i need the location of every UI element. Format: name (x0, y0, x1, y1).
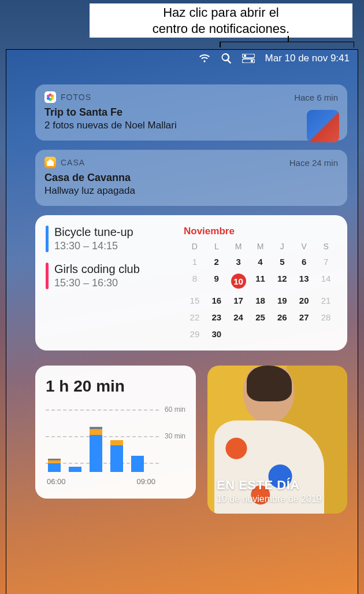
calendar-dow: S (315, 242, 337, 251)
event-color-bar (46, 263, 49, 289)
notification-body: Hallway luz apagada (44, 185, 338, 197)
chart-bar (110, 440, 123, 472)
calendar-events: Bicycle tune-up 13:30 – 14:15 Girls codi… (46, 226, 176, 340)
chart-x-label: 09:00 (136, 477, 155, 486)
screen-time-chart: 60 min 30 min 06:00 09:00 (46, 403, 185, 489)
calendar-day[interactable]: 3 (228, 256, 250, 268)
calendar-month-view: Noviembre DLMMJVS12345678910111213141516… (184, 226, 337, 340)
event-color-bar (46, 226, 49, 252)
wifi-icon[interactable] (198, 54, 211, 63)
calendar-day[interactable]: 16 (206, 294, 228, 307)
annotation-pointer (288, 36, 289, 42)
calendar-day[interactable]: 21 (315, 294, 337, 307)
calendar-day[interactable]: 4 (250, 256, 272, 268)
notification-casa[interactable]: CASA Hace 24 min Casa de Cavanna Hallway… (35, 150, 347, 206)
calendar-day[interactable]: 13 (293, 272, 315, 290)
chart-bar (69, 467, 81, 472)
notification-time: Hace 6 min (294, 93, 338, 102)
calendar-day[interactable]: 12 (271, 272, 293, 290)
photos-memory-widget[interactable]: EN ESTE DÍA 10 de noviembre de 2019 (207, 366, 347, 514)
calendar-day[interactable]: 6 (293, 256, 315, 268)
annotation-line2: centro de notificaciones. (153, 21, 289, 36)
calendar-day[interactable]: 14 (315, 272, 337, 290)
calendar-day[interactable]: 15 (184, 294, 206, 307)
annotation-bracket (220, 42, 354, 50)
calendar-dow: M (250, 242, 272, 251)
calendar-dow: M (228, 242, 250, 251)
calendar-day[interactable]: 25 (250, 311, 272, 323)
notification-fotos[interactable]: FOTOS Hace 6 min Trip to Santa Fe 2 foto… (35, 84, 347, 141)
svg-point-3 (250, 60, 252, 62)
calendar-day[interactable]: 30 (206, 328, 228, 340)
event-title: Girls coding club (54, 263, 140, 276)
calendar-dow: V (293, 242, 315, 251)
calendar-widget[interactable]: Bicycle tune-up 13:30 – 14:15 Girls codi… (35, 215, 347, 351)
notification-center: FOTOS Hace 6 min Trip to Santa Fe 2 foto… (6, 67, 358, 514)
calendar-day[interactable]: 19 (271, 294, 293, 307)
calendar-day[interactable]: 29 (184, 328, 206, 340)
notification-thumbnail (307, 110, 339, 142)
calendar-day[interactable]: 24 (228, 311, 250, 323)
screen-time-total: 1 h 20 min (46, 377, 185, 396)
calendar-day[interactable]: 23 (206, 311, 228, 323)
chart-bar (131, 456, 144, 472)
chart-bar (90, 427, 102, 472)
calendar-day[interactable]: 1 (184, 256, 206, 268)
menubar-datetime[interactable]: Mar 10 de nov 9:41 (265, 53, 350, 64)
notification-app-name: CASA (61, 158, 85, 167)
photo-memory-date: 10 de noviembre de 2019 (217, 494, 321, 504)
calendar-day[interactable]: 9 (206, 272, 228, 290)
calendar-day[interactable]: 26 (271, 311, 293, 323)
notification-app-name: FOTOS (61, 93, 91, 102)
calendar-dow: D (184, 242, 206, 251)
photo-memory-heading: EN ESTE DÍA (217, 478, 321, 493)
chart-y-label: 60 min (165, 405, 185, 414)
photos-app-icon (44, 91, 56, 103)
screen-time-widget[interactable]: 1 h 20 min 60 min 30 min 06:00 09:00 (35, 366, 196, 499)
calendar-dow: J (271, 242, 293, 251)
event-time: 13:30 – 14:15 (54, 240, 133, 252)
chart-y-label: 30 min (165, 432, 185, 440)
calendar-day[interactable]: 5 (271, 256, 293, 268)
annotation-callout: Haz clic para abrir el centro de notific… (90, 3, 352, 38)
calendar-day[interactable]: 18 (250, 294, 272, 307)
chart-bar (48, 459, 61, 472)
control-center-icon[interactable] (242, 54, 255, 63)
notification-time: Hace 24 min (289, 158, 338, 168)
event-title: Bicycle tune-up (54, 226, 133, 239)
calendar-day[interactable]: 17 (228, 294, 250, 307)
calendar-day[interactable]: 8 (184, 272, 206, 290)
calendar-day[interactable]: 2 (206, 256, 228, 268)
calendar-event[interactable]: Girls coding club 15:30 – 16:30 (46, 263, 176, 289)
calendar-dow: L (206, 242, 228, 251)
event-time: 15:30 – 16:30 (54, 277, 140, 289)
spotlight-search-icon[interactable] (221, 53, 232, 64)
chart-x-label: 06:00 (47, 477, 66, 486)
svg-point-1 (243, 54, 246, 57)
calendar-day[interactable]: 28 (315, 311, 337, 323)
desktop: Mar 10 de nov 9:41 FOTOS Hace 6 min Trip… (6, 49, 358, 594)
home-app-icon (44, 157, 56, 168)
calendar-day[interactable]: 7 (315, 256, 337, 268)
calendar-day[interactable]: 20 (293, 294, 315, 307)
calendar-day[interactable]: 10 (228, 272, 250, 290)
calendar-grid: DLMMJVS123456789101112131415161718192021… (184, 242, 337, 340)
calendar-day[interactable]: 27 (293, 311, 315, 323)
calendar-event[interactable]: Bicycle tune-up 13:30 – 14:15 (46, 226, 176, 252)
calendar-day[interactable]: 22 (184, 311, 206, 323)
calendar-month-label: Noviembre (184, 226, 337, 237)
notification-body: 2 fotos nuevas de Noel Mallari (44, 120, 338, 131)
annotation-line1: Haz clic para abrir el (163, 5, 279, 20)
menu-bar: Mar 10 de nov 9:41 (6, 50, 358, 67)
calendar-day[interactable]: 11 (250, 272, 272, 290)
notification-title: Trip to Santa Fe (44, 106, 338, 119)
notification-title: Casa de Cavanna (44, 172, 338, 184)
svg-point-10 (47, 94, 50, 97)
